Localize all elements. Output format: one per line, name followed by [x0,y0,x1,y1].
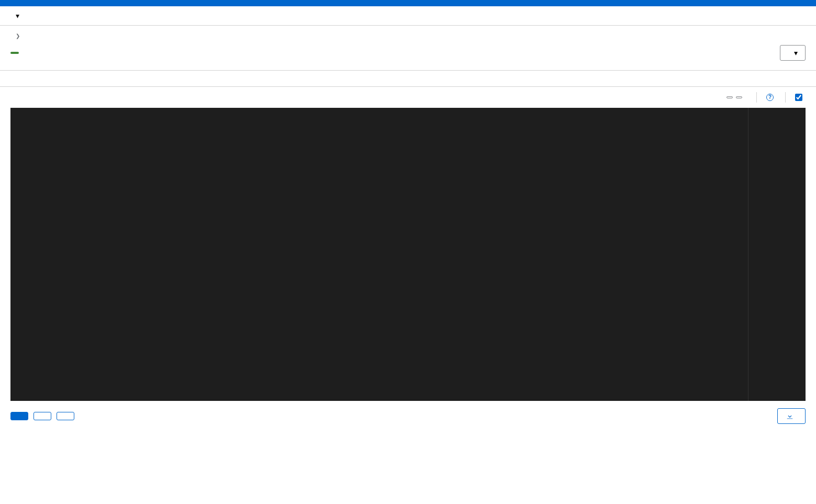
opt-key [726,96,733,98]
footer [0,401,816,431]
line-gutter [10,108,41,401]
title-row [0,42,816,70]
chevron-down-icon [794,49,798,57]
tabs [0,70,816,87]
view-shortcuts-link[interactable]: ? [766,94,776,101]
tooltips-input[interactable] [795,94,802,101]
chevron-right-icon: ❯ [16,33,20,39]
download-button[interactable] [777,408,806,424]
login-banner [0,0,816,6]
minimap[interactable] [748,108,806,401]
download-icon [786,412,793,420]
editor-toolbar: ? [0,87,816,108]
pipeline-badge [10,52,19,54]
reload-button[interactable] [33,412,51,420]
chevron-down-icon [16,12,19,20]
code-area[interactable] [41,108,748,401]
divider [756,92,757,103]
actions-button[interactable] [780,45,806,61]
breadcrumb: ❯ [0,26,816,42]
divider [785,92,786,103]
project-selector[interactable] [0,6,816,26]
save-button[interactable] [10,412,28,420]
show-tooltips-checkbox[interactable] [795,94,806,101]
yaml-editor[interactable] [10,108,806,401]
f1-key [736,96,742,98]
help-icon: ? [766,94,774,101]
cancel-button[interactable] [57,412,74,420]
